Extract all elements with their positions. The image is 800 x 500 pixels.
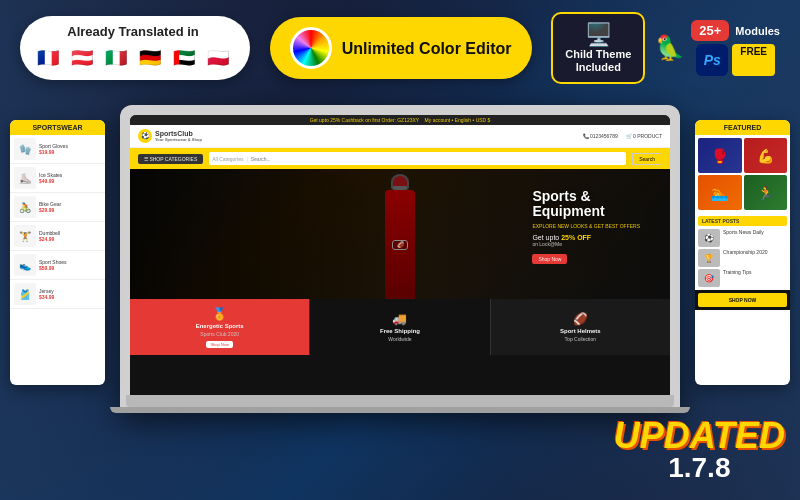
logo-icon: ⚽ xyxy=(138,129,152,143)
flags-row: 🇫🇷 🇦🇹 🇮🇹 🇩🇪 🇦🇪 🇵🇱 xyxy=(34,44,232,72)
product-item-4: 🏋️ Dumbbell $24.99 xyxy=(10,222,105,251)
rp-image-2: 💪 xyxy=(744,138,788,173)
site-logo: ⚽ SportsClub Your Sportswear & Shop xyxy=(138,129,202,143)
logo-sub: Your Sportswear & Shop xyxy=(155,137,202,142)
modules-row: 25+ Modules xyxy=(691,20,780,41)
rp-image-3: 🏊 xyxy=(698,175,742,210)
product-img-2: ⛸️ xyxy=(14,167,36,189)
hero-discount: Get upto 25% OFF xyxy=(532,234,640,241)
translated-badge: Already Translated in 🇫🇷 🇦🇹 🇮🇹 🇩🇪 🇦🇪 🇵🇱 xyxy=(20,16,250,80)
hero-cta-button[interactable]: Shop Now xyxy=(532,254,567,264)
promo-item-2: 🚚 Free Shipping Worldwide xyxy=(310,299,490,355)
search-button[interactable]: Search xyxy=(632,153,662,165)
product-item-1: 🧤 Sport Gloves $19.99 xyxy=(10,135,105,164)
promo-bar: 🏅 Energetic Sports Sports Club 2020 Shop… xyxy=(130,299,670,355)
flag-ae: 🇦🇪 xyxy=(170,44,198,72)
rp-image-4: 🏃 xyxy=(744,175,788,210)
modules-label: Modules xyxy=(735,25,780,37)
player-figure: 🏈 xyxy=(375,174,425,299)
flag-de: 🇩🇪 xyxy=(136,44,164,72)
product-img-3: 🚴 xyxy=(14,196,36,218)
product-img-4: 🏋️ xyxy=(14,225,36,247)
laptop-foot xyxy=(110,407,690,413)
left-panel: SPORTSWEAR 🧤 Sport Gloves $19.99 ⛸️ Ice … xyxy=(10,120,105,385)
all-categories-label: All Categories xyxy=(212,156,243,162)
flag-it: 🇮🇹 xyxy=(102,44,130,72)
version-number: 1.7.8 xyxy=(614,454,785,482)
promo-shop-btn[interactable]: Shop Now xyxy=(206,341,232,348)
rp-image-1: 🥊 xyxy=(698,138,742,173)
hero-section: 🏈 Sports &Equipment EXPLORE NEW LOOKS & … xyxy=(130,169,670,299)
site-header: ⚽ SportsClub Your Sportswear & Shop 📞 01… xyxy=(130,125,670,148)
product-item-5: 👟 Sport Shoes $59.99 xyxy=(10,251,105,280)
hero-discount-sub: on Lock@Me xyxy=(532,241,640,247)
product-img-5: 👟 xyxy=(14,254,36,276)
parrot-icon: 🦜 xyxy=(655,34,685,62)
laptop: Get upto 25% Cashback on first Order: GZ… xyxy=(120,105,680,413)
laptop-base xyxy=(126,395,674,407)
child-theme-title: Child ThemeIncluded xyxy=(565,48,631,74)
laptop-screen: Get upto 25% Cashback on first Order: GZ… xyxy=(130,115,670,395)
right-panel-header: FEATURED xyxy=(695,120,790,135)
right-panel-images: 🥊 💪 🏊 🏃 xyxy=(695,135,790,213)
product-item-2: ⛸️ Ice Skates $49.99 xyxy=(10,164,105,193)
color-wheel-icon xyxy=(290,27,332,69)
updated-badge: UPDATED 1.7.8 xyxy=(614,418,785,482)
header-right: 📞 0123456789 🛒 0 PRODUCT xyxy=(583,133,662,139)
child-theme-badge: 🖥️ Child ThemeIncluded xyxy=(551,12,645,84)
color-editor-badge: Unlimited Color Editor xyxy=(270,17,532,79)
announcement-bar: Get upto 25% Cashback on first Order: GZ… xyxy=(130,115,670,125)
flag-pl: 🇵🇱 xyxy=(204,44,232,72)
product-item-3: 🚴 Bike Gear $29.99 xyxy=(10,193,105,222)
badges-row: Already Translated in 🇫🇷 🇦🇹 🇮🇹 🇩🇪 🇦🇪 🇵🇱 … xyxy=(0,12,800,84)
search-input[interactable] xyxy=(251,156,623,162)
product-img-6: 🎽 xyxy=(14,283,36,305)
updated-label: UPDATED xyxy=(614,418,785,454)
monitor-icon: 🖥️ xyxy=(565,22,631,48)
nav-bar: ☰ SHOP CATEGORIES All Categories | Searc… xyxy=(130,148,670,169)
product-info-1: Sport Gloves $19.99 xyxy=(39,143,101,155)
product-img-1: 🧤 xyxy=(14,138,36,160)
right-panel: FEATURED 🥊 💪 🏊 🏃 LATEST POSTS ⚽ Sports N… xyxy=(695,120,790,385)
laptop-mockup: Get upto 25% Cashback on first Order: GZ… xyxy=(105,105,695,413)
shop-categories-btn[interactable]: ☰ SHOP CATEGORIES xyxy=(138,154,203,164)
hero-title: Sports &Equipment xyxy=(532,189,640,220)
flag-at: 🇦🇹 xyxy=(68,44,96,72)
logo-text: SportsClub xyxy=(155,130,202,137)
hero-text: Sports &Equipment EXPLORE NEW LOOKS & GE… xyxy=(532,189,640,265)
ps-icon: Ps xyxy=(696,44,728,76)
hero-subtitle: EXPLORE NEW LOOKS & GET BEST OFFERS xyxy=(532,223,640,229)
promo-item-1: 🏅 Energetic Sports Sports Club 2020 Shop… xyxy=(130,299,310,355)
product-item-6: 🎽 Jersey $34.99 xyxy=(10,280,105,309)
left-panel-header: SPORTSWEAR xyxy=(10,120,105,135)
color-editor-text: Unlimited Color Editor xyxy=(342,39,512,58)
modules-count: 25+ xyxy=(691,20,729,41)
translated-title: Already Translated in xyxy=(67,24,199,39)
promo-item-3: 🏈 Sport Helmets Top Collection xyxy=(491,299,670,355)
flag-fr: 🇫🇷 xyxy=(34,44,62,72)
free-tag: FREE xyxy=(732,44,775,76)
